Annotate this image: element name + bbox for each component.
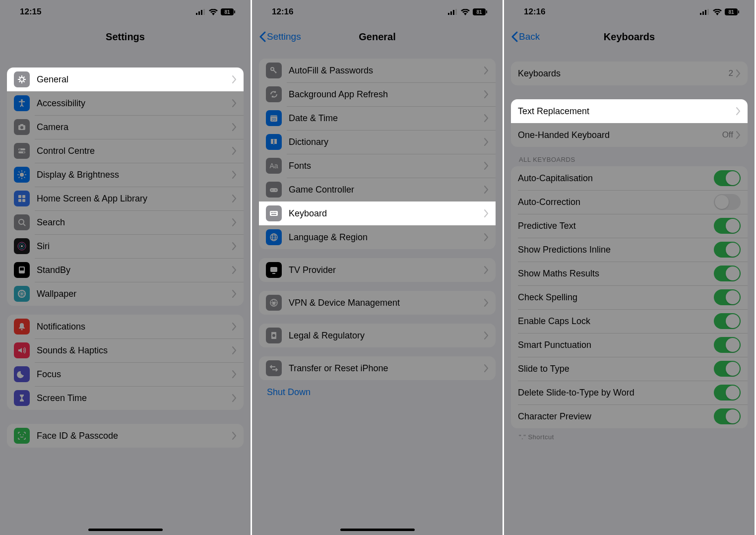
- row-label: Auto-Correction: [518, 197, 714, 207]
- toggle-slide-to-type[interactable]: [714, 361, 741, 377]
- svg-rect-36: [486, 10, 487, 13]
- row-background-app-refresh[interactable]: Background App Refresh: [259, 82, 496, 106]
- row-siri[interactable]: Siri: [7, 234, 244, 258]
- row-label: Dictionary: [289, 137, 484, 147]
- row-label: Check Spelling: [518, 292, 714, 303]
- svg-rect-64: [738, 10, 739, 13]
- row-home-screen-app-library[interactable]: Home Screen & App Library: [7, 187, 244, 210]
- row-wallpaper[interactable]: Wallpaper: [7, 282, 244, 306]
- fonts-icon: Aa: [266, 158, 282, 174]
- row-text-replacement[interactable]: Text Replacement: [511, 99, 748, 123]
- svg-point-30: [23, 434, 24, 435]
- toggle-enable-caps-lock[interactable]: [714, 313, 741, 329]
- row-delete-slide-to-type-by-word: Delete Slide-to-Type by Word: [511, 381, 748, 404]
- row-search[interactable]: Search: [7, 210, 244, 234]
- toggle-check-spelling[interactable]: [714, 289, 741, 305]
- row-dictionary[interactable]: Dictionary: [259, 130, 496, 154]
- tv-icon: [266, 262, 282, 278]
- row-label: Screen Time: [37, 393, 232, 403]
- accessibility-icon: [14, 95, 30, 111]
- row-transfer-or-reset-iphone[interactable]: Transfer or Reset iPhone: [259, 356, 496, 380]
- chevron-right-icon: [232, 123, 237, 131]
- svg-rect-32: [450, 11, 452, 15]
- row-display-brightness[interactable]: Display & Brightness: [7, 163, 244, 187]
- row-label: Background App Refresh: [289, 89, 484, 100]
- phone-general: 12:16 81 Settings General AutoFill & Pas…: [252, 0, 504, 535]
- chevron-right-icon: [232, 242, 237, 250]
- row-standby[interactable]: StandBy: [7, 258, 244, 282]
- row-game-controller[interactable]: Game Controller: [259, 178, 496, 201]
- back-button[interactable]: Settings: [259, 31, 301, 42]
- transfer-icon: [266, 360, 282, 376]
- back-button[interactable]: Back: [511, 31, 540, 42]
- toggle-show-maths-results[interactable]: [714, 266, 741, 281]
- row-camera[interactable]: Camera: [7, 115, 244, 139]
- toggle-show-predictions-inline[interactable]: [714, 242, 741, 258]
- row-label: Face ID & Passcode: [37, 431, 232, 441]
- row-label: Predictive Text: [518, 221, 714, 231]
- svg-point-24: [21, 245, 23, 247]
- row-face-id-passcode[interactable]: Face ID & Passcode: [7, 424, 244, 448]
- row-general[interactable]: General: [7, 67, 244, 91]
- row-legal-regulatory[interactable]: Legal & Regulatory: [259, 324, 496, 347]
- row-notifications[interactable]: Notifications: [7, 315, 244, 338]
- status-bar: 12:16 81: [504, 0, 755, 24]
- toggle-predictive-text[interactable]: [714, 218, 741, 234]
- toggle-auto-capitalisation[interactable]: [714, 170, 741, 186]
- toggle-character-preview[interactable]: [714, 408, 741, 424]
- svg-rect-48: [272, 212, 273, 213]
- svg-point-44: [271, 190, 272, 191]
- chevron-right-icon: [232, 370, 237, 378]
- home-indicator[interactable]: [340, 529, 415, 531]
- toggle-auto-correction[interactable]: [714, 194, 741, 210]
- row-smart-punctuation: Smart Punctuation: [511, 333, 748, 357]
- row-focus[interactable]: Focus: [7, 362, 244, 386]
- status-time: 12:16: [272, 7, 293, 17]
- chevron-right-icon: [484, 209, 489, 217]
- wallpaper-icon: [14, 286, 30, 302]
- row-label: Auto-Capitalisation: [518, 173, 714, 184]
- row-enable-caps-lock: Enable Caps Lock: [511, 309, 748, 333]
- row-autofill-passwords[interactable]: AutoFill & Passwords: [259, 59, 496, 82]
- row-language-region[interactable]: Language & Region: [259, 225, 496, 249]
- content-area[interactable]: GeneralAccessibilityCameraControl Centre…: [0, 50, 251, 535]
- row-label: AutoFill & Passwords: [289, 66, 484, 76]
- row-one-handed-keyboard[interactable]: One-Handed KeyboardOff: [511, 123, 748, 147]
- toggle-delete-slide-to-type-by-word[interactable]: [714, 385, 741, 401]
- row-label: Legal & Regulatory: [289, 331, 484, 341]
- switches-icon: [14, 143, 30, 159]
- row-sounds-haptics[interactable]: Sounds & Haptics: [7, 338, 244, 362]
- phone-keyboards: 12:16 81 Back Keyboards Keyboards2 Text …: [504, 0, 756, 535]
- svg-point-7: [20, 77, 24, 81]
- key-icon: [266, 63, 282, 78]
- chevron-right-icon: [232, 75, 237, 83]
- row-control-centre[interactable]: Control Centre: [7, 139, 244, 163]
- row-auto-correction: Auto-Correction: [511, 190, 748, 214]
- row-vpn-device-management[interactable]: VPN & Device Management: [259, 291, 496, 315]
- row-screen-time[interactable]: Screen Time: [7, 386, 244, 410]
- row-label: Sounds & Haptics: [37, 345, 232, 356]
- row-label: Transfer or Reset iPhone: [289, 363, 484, 374]
- content-area[interactable]: AutoFill & PasswordsBackground App Refre…: [252, 50, 503, 535]
- content-area[interactable]: Keyboards2 Text ReplacementOne-Handed Ke…: [504, 50, 755, 535]
- row-label: Camera: [37, 122, 232, 133]
- row-label: Keyboard: [289, 208, 484, 219]
- svg-point-58: [272, 334, 275, 337]
- shutdown-link[interactable]: Shut Down: [259, 380, 496, 398]
- brightness-icon: [14, 167, 30, 183]
- row-date-time[interactable]: 20Date & Time: [259, 106, 496, 130]
- chevron-right-icon: [736, 131, 741, 139]
- svg-rect-2: [201, 10, 202, 15]
- row-label: Game Controller: [289, 185, 484, 195]
- row-accessibility[interactable]: Accessibility: [7, 91, 244, 115]
- row-keyboards[interactable]: Keyboards2: [511, 62, 748, 85]
- home-indicator[interactable]: [88, 529, 163, 531]
- svg-text:81: 81: [476, 9, 482, 15]
- row-keyboard[interactable]: Keyboard: [259, 201, 496, 225]
- chevron-right-icon: [484, 364, 489, 372]
- row-label: Enable Caps Lock: [518, 316, 714, 327]
- row-label: Smart Punctuation: [518, 340, 714, 350]
- row-tv-provider[interactable]: TV Provider: [259, 258, 496, 282]
- row-fonts[interactable]: AaFonts: [259, 154, 496, 178]
- toggle-smart-punctuation[interactable]: [714, 337, 741, 353]
